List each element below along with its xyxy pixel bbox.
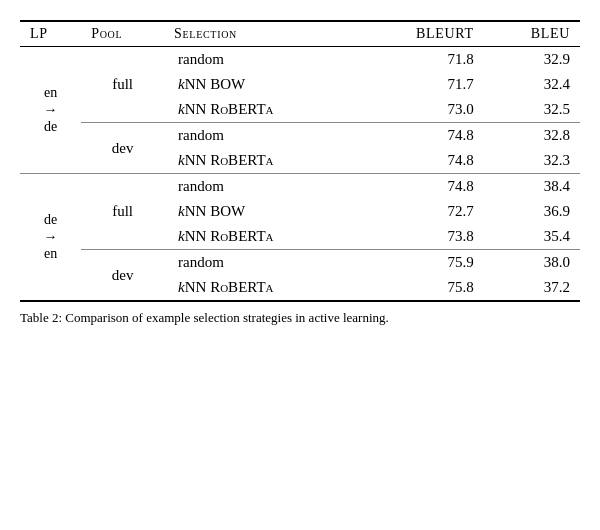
col-header-selection: Selection [164,21,358,47]
selection-cell: random [164,250,358,276]
col-header-lp: LP [20,21,81,47]
bleu-cell: 38.0 [484,250,580,276]
pool-cell: dev [81,123,164,174]
table-wrapper: LP Pool Selection BLEURT BLEU en→defullr… [20,20,580,326]
bleurt-cell: 71.7 [358,72,484,97]
bleurt-cell: 74.8 [358,148,484,174]
bleurt-cell: 74.8 [358,123,484,149]
bleu-cell: 32.5 [484,97,580,123]
pool-cell: dev [81,250,164,302]
bleurt-cell: 71.8 [358,47,484,73]
selection-cell: kNN RoBERTa [164,224,358,250]
bleu-cell: 32.3 [484,148,580,174]
selection-cell: random [164,174,358,200]
col-header-pool: Pool [81,21,164,47]
bleu-cell: 32.4 [484,72,580,97]
bleurt-cell: 73.0 [358,97,484,123]
bleu-cell: 36.9 [484,199,580,224]
bleurt-cell: 74.8 [358,174,484,200]
selection-cell: kNN RoBERTa [164,275,358,301]
bleurt-cell: 75.9 [358,250,484,276]
selection-cell: random [164,123,358,149]
selection-cell: kNN RoBERTa [164,148,358,174]
col-header-bleu: BLEU [484,21,580,47]
selection-cell: random [164,47,358,73]
col-header-bleurt: BLEURT [358,21,484,47]
bleurt-cell: 75.8 [358,275,484,301]
selection-cell: kNN BOW [164,72,358,97]
pool-cell: full [81,47,164,123]
lp-cell: de→en [20,174,81,302]
bleu-cell: 32.9 [484,47,580,73]
selection-cell: kNN RoBERTa [164,97,358,123]
bleu-cell: 38.4 [484,174,580,200]
table-caption: Table 2: Comparison of example selection… [20,310,580,326]
bleu-cell: 37.2 [484,275,580,301]
bleurt-cell: 73.8 [358,224,484,250]
selection-cell: kNN BOW [164,199,358,224]
bleu-cell: 32.8 [484,123,580,149]
bleu-cell: 35.4 [484,224,580,250]
bleurt-cell: 72.7 [358,199,484,224]
lp-cell: en→de [20,47,81,174]
results-table: LP Pool Selection BLEURT BLEU en→defullr… [20,20,580,302]
pool-cell: full [81,174,164,250]
